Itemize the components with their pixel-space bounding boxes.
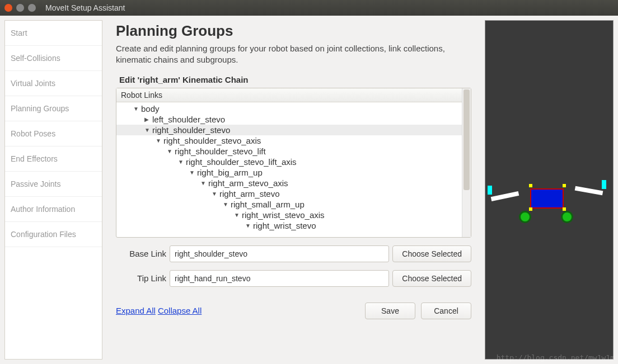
chevron-down-icon[interactable]: [223, 201, 228, 207]
tree-row[interactable]: right_arm_stevo: [116, 188, 462, 199]
base-link-label: Base Link: [116, 249, 166, 258]
tree-scroll: Robot Links bodyleft_shoulder_stevoright…: [116, 88, 462, 237]
tree-row-label: right_arm_stevo: [219, 189, 280, 198]
sidebar-item-robot-poses[interactable]: Robot Poses: [5, 121, 102, 146]
tree-row-label: left_shoulder_stevo: [152, 115, 225, 124]
tree-row[interactable]: body: [116, 103, 462, 114]
chevron-down-icon[interactable]: [212, 191, 217, 197]
robot-3d-viewport[interactable]: [485, 20, 614, 360]
tree-row[interactable]: left_shoulder_stevo: [116, 114, 462, 125]
tree-row[interactable]: right_wrist_stevo: [116, 220, 462, 231]
tree-row-label: right_shoulder_stevo: [152, 125, 230, 135]
base-link-input[interactable]: [170, 245, 389, 262]
sidebar-item-self-collisions[interactable]: Self-Collisions: [5, 46, 102, 71]
window-maximize-button[interactable]: [28, 4, 36, 12]
tree-row-label: right_arm_stevo_axis: [208, 178, 288, 188]
sidebar-item-start[interactable]: Start: [5, 21, 102, 46]
chevron-right-icon[interactable]: [144, 116, 150, 122]
expand-all-link[interactable]: Expand All: [116, 306, 156, 315]
sidebar-item-passive-joints[interactable]: Passive Joints: [5, 172, 102, 197]
sidebar-item-author-information[interactable]: Author Information: [5, 197, 102, 222]
cancel-button[interactable]: Cancel: [421, 302, 471, 319]
sidebar-item-virtual-joints[interactable]: Virtual Joints: [5, 71, 102, 96]
tree-row-label: body: [141, 104, 160, 114]
chevron-down-icon[interactable]: [156, 138, 161, 144]
save-button[interactable]: Save: [365, 302, 415, 319]
window-minimize-button[interactable]: [16, 4, 24, 12]
main-panel: Planning Groups Create and edit planning…: [107, 20, 480, 360]
tree-row[interactable]: right_arm_stevo_axis: [116, 178, 462, 188]
page-subtitle: Create and edit planning groups for your…: [116, 43, 471, 66]
robot-render: [485, 172, 613, 239]
chevron-down-icon[interactable]: [133, 106, 139, 112]
tree-header[interactable]: Robot Links: [116, 88, 462, 102]
tree-row-label: right_big_arm_up: [197, 168, 263, 177]
tree-row[interactable]: right_small_arm_up: [116, 199, 462, 210]
tree-scrollbar-thumb[interactable]: [464, 89, 470, 190]
section-label: Edit 'right_arm' Kinematic Chain: [116, 75, 471, 84]
tip-link-input[interactable]: [170, 270, 389, 287]
chevron-down-icon[interactable]: [245, 223, 251, 229]
chevron-down-icon[interactable]: [189, 169, 195, 176]
tip-link-choose-button[interactable]: Choose Selected: [392, 270, 471, 287]
tree-row[interactable]: right_shoulder_stevo_axis: [116, 135, 462, 146]
window-close-button[interactable]: [4, 4, 12, 12]
watermark: http://blog.csdn.net/mw1w1m: [497, 353, 615, 362]
tree-row[interactable]: right_wrist_stevo_axis: [116, 210, 462, 220]
sidebar: Start Self-Collisions Virtual Joints Pla…: [4, 20, 102, 360]
chevron-down-icon[interactable]: [234, 212, 240, 218]
tip-link-row: Tip Link Choose Selected: [116, 270, 471, 287]
tree-row-label: right_small_arm_up: [231, 200, 305, 209]
chevron-down-icon[interactable]: [200, 180, 206, 186]
tree-body: bodyleft_shoulder_stevoright_shoulder_st…: [116, 102, 462, 232]
window-titlebar: MoveIt Setup Assistant: [0, 0, 618, 16]
sidebar-item-planning-groups[interactable]: Planning Groups: [5, 96, 102, 121]
tree-row-label: right_wrist_stevo_axis: [242, 210, 325, 220]
tree-row-label: right_shoulder_stevo_lift_axis: [186, 157, 297, 167]
tip-link-label: Tip Link: [116, 273, 166, 283]
tree-row-label: right_shoulder_stevo_lift: [175, 146, 266, 156]
page-title: Planning Groups: [116, 22, 471, 40]
robot-links-tree: Robot Links bodyleft_shoulder_stevoright…: [116, 88, 471, 238]
bottom-bar: Expand All Collapse All Save Cancel: [116, 302, 471, 319]
sidebar-item-end-effectors[interactable]: End Effectors: [5, 146, 102, 172]
base-link-row: Base Link Choose Selected: [116, 245, 471, 262]
tree-row-label: right_wrist_stevo: [253, 221, 316, 230]
collapse-all-link[interactable]: Collapse All: [158, 306, 202, 315]
tree-row-label: right_shoulder_stevo_axis: [163, 136, 261, 145]
tree-row[interactable]: right_big_arm_up: [116, 167, 462, 178]
chevron-down-icon[interactable]: [178, 159, 184, 165]
tree-row[interactable]: right_shoulder_stevo_lift: [116, 146, 462, 157]
tree-scrollbar[interactable]: [462, 88, 471, 237]
sidebar-item-configuration-files[interactable]: Configuration Files: [5, 222, 102, 247]
app-root: Start Self-Collisions Virtual Joints Pla…: [0, 16, 618, 364]
window-title: MoveIt Setup Assistant: [45, 3, 125, 12]
base-link-choose-button[interactable]: Choose Selected: [392, 245, 471, 262]
chevron-down-icon[interactable]: [144, 127, 150, 133]
tree-row[interactable]: right_shoulder_stevo_lift_axis: [116, 157, 462, 167]
chevron-down-icon[interactable]: [167, 148, 172, 154]
tree-row[interactable]: right_shoulder_stevo: [116, 125, 462, 135]
